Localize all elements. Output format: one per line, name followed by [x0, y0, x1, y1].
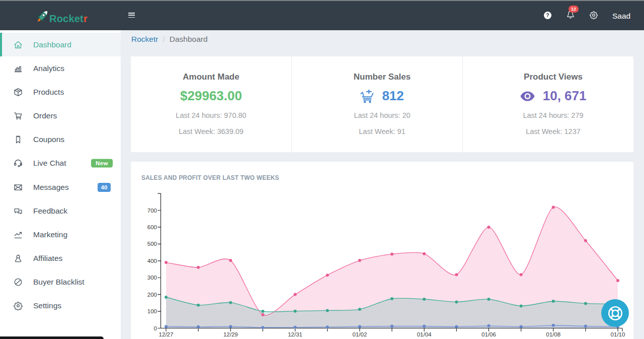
svg-text:12/27: 12/27: [159, 331, 174, 337]
svg-text:01/06: 01/06: [481, 331, 496, 337]
svg-text:?: ?: [546, 12, 549, 18]
svg-text:100: 100: [147, 308, 157, 314]
svg-text:700: 700: [147, 208, 157, 214]
svg-text:0: 0: [154, 325, 157, 331]
svg-text:01/10: 01/10: [611, 331, 625, 337]
svg-text:12/29: 12/29: [223, 331, 238, 337]
svg-text:01/08: 01/08: [546, 331, 560, 337]
svg-text:200: 200: [147, 292, 157, 298]
svg-text:01/02: 01/02: [353, 331, 367, 337]
svg-text:500: 500: [147, 241, 157, 247]
svg-text:01/04: 01/04: [417, 331, 432, 337]
svg-text:400: 400: [147, 258, 157, 264]
svg-text:12/31: 12/31: [288, 331, 302, 337]
svg-text:300: 300: [147, 275, 157, 281]
svg-text:600: 600: [147, 224, 157, 230]
